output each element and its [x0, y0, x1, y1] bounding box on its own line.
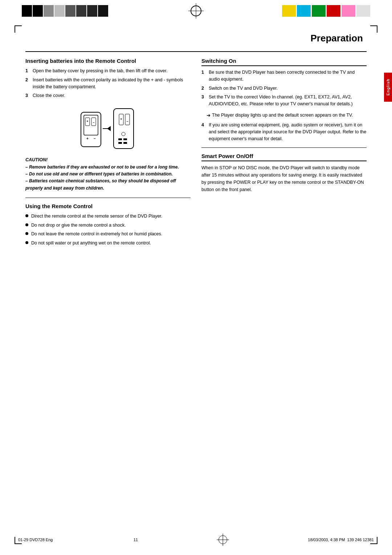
page-footer: 01-29 DVD728 Eng 11 18/03/2003, 4:38 PM …	[0, 535, 392, 544]
switch-step-4-text: If you are using external equipment, (eg…	[209, 122, 367, 142]
caution-text: – Remove batteries if they are exhausted…	[25, 164, 191, 192]
svg-point-15	[122, 132, 125, 136]
svg-rect-18	[118, 142, 122, 144]
bullet-icon-4	[25, 241, 28, 244]
remote-bullet-3: Do not leave the remote control in extre…	[25, 231, 191, 238]
title-divider	[25, 51, 367, 52]
top-bar	[0, 0, 392, 22]
sq4	[54, 5, 65, 17]
page-content: Preparation Inserting batteries into the…	[0, 25, 392, 263]
sq6	[76, 5, 86, 17]
switch-step-4: 4 If you are using external equipment, (…	[201, 122, 367, 142]
smart-power-section: Smart Power On/Off When in STOP or NO DI…	[201, 153, 367, 193]
color-bars-right	[282, 5, 370, 17]
left-column: Inserting batteries into the Remote Cont…	[25, 58, 191, 249]
svg-rect-17	[123, 138, 127, 140]
switch-step-3: 3 Set the TV to the correct Video In cha…	[201, 94, 367, 108]
svg-rect-19	[123, 142, 127, 144]
switch-step-1: 1 Be sure that the DVD Player has been c…	[201, 69, 367, 83]
crosshair-circle	[191, 5, 201, 16]
color-bar-green	[312, 5, 326, 17]
remote-bullet-1: Direct the remote control at the remote …	[25, 213, 191, 220]
step-1: 1 Open the battery cover by pressing in …	[25, 68, 191, 74]
inserting-batteries-heading: Inserting batteries into the Remote Cont…	[25, 58, 191, 64]
right-column: Switching On 1 Be sure that the DVD Play…	[201, 58, 367, 249]
sq8	[98, 5, 108, 17]
caution-title: CAUTION!	[25, 157, 191, 162]
step-3-num: 3	[25, 92, 30, 99]
bullet-icon-2	[25, 223, 28, 226]
remote-bullet-1-text: Direct the remote control at the remote …	[31, 213, 162, 220]
color-bar-cyan	[297, 5, 311, 17]
sq1	[22, 5, 32, 17]
step-1-text: Open the battery cover by pressing in th…	[33, 68, 168, 74]
caution-line-2: – Do not use old and new or different ty…	[25, 171, 191, 178]
bullet-icon-1	[25, 214, 28, 217]
footer-crosshair	[219, 535, 227, 544]
sq7	[87, 5, 97, 17]
step-2-text: Insert batteries with the correct polari…	[33, 77, 191, 90]
step-2-num: 2	[25, 77, 30, 90]
page-title: Preparation	[25, 33, 367, 44]
section-divider-1	[25, 198, 191, 198]
color-bar-yellow	[282, 5, 296, 17]
remote-bullet-4: Do not spill water or put anything wet o…	[25, 240, 191, 247]
footer-right: 18/03/2003, 4:38 PM 139 246 12381	[308, 538, 374, 542]
step-1-num: 1	[25, 68, 30, 74]
section-divider-2	[201, 147, 367, 148]
using-remote-heading: Using the Remote Control	[25, 203, 191, 209]
svg-text:+: +	[120, 117, 122, 121]
inserting-batteries-steps: 1 Open the battery cover by pressing in …	[25, 68, 191, 99]
using-remote-section: Using the Remote Control Direct the remo…	[25, 203, 191, 247]
remote-bullet-3-text: Do not leave the remote control in extre…	[31, 231, 162, 238]
black-squares-left	[22, 5, 109, 17]
smart-power-heading: Smart Power On/Off	[201, 153, 367, 161]
remote-bullet-2-text: Do not drop or give the remote control a…	[31, 222, 126, 229]
switch-step-3-num: 3	[201, 94, 207, 108]
center-crosshair	[189, 4, 203, 18]
svg-text:+: +	[86, 119, 88, 123]
step-3: 3 Close the cover.	[25, 92, 191, 99]
svg-text:–: –	[126, 119, 128, 123]
inserting-batteries-section: Inserting batteries into the Remote Cont…	[25, 58, 191, 192]
remote-bullet-4-text: Do not spill water or put anything wet o…	[31, 240, 151, 247]
switch-step-2-num: 2	[201, 85, 207, 92]
svg-text:–: –	[93, 121, 94, 124]
remote-bullet-2: Do not drop or give the remote control a…	[25, 222, 191, 229]
switch-step-4-num: 4	[201, 122, 207, 142]
switching-on-step4: 4 If you are using external equipment, (…	[201, 122, 367, 142]
switch-step-2: 2 Switch on the TV and DVD Player.	[201, 85, 367, 92]
color-bar-white	[356, 5, 370, 17]
svg-text:+: +	[86, 137, 89, 141]
using-remote-bullets: Direct the remote control at the remote …	[25, 213, 191, 247]
switch-step-1-num: 1	[201, 69, 207, 83]
step-2: 2 Insert batteries with the correct pola…	[25, 77, 191, 90]
switch-step-2-text: Switch on the TV and DVD Player.	[209, 85, 278, 92]
switching-on-heading: Switching On	[201, 58, 367, 66]
sq2	[33, 5, 43, 17]
footer-center: 11	[134, 538, 138, 542]
switch-step-1-text: Be sure that the DVD Player has been cor…	[209, 69, 367, 83]
battery-illustration-container: + – + – +	[25, 105, 191, 152]
svg-text:–: –	[94, 137, 96, 141]
smart-power-text: When in STOP or NO DISC mode, the DVD Pl…	[201, 164, 367, 193]
svg-rect-16	[118, 138, 122, 140]
battery-illustration: + – + – +	[77, 105, 139, 152]
switch-step-3-text: Set the TV to the correct Video In chann…	[209, 94, 367, 108]
caution-line-3: – Batteries contain chemical substances,…	[25, 178, 191, 191]
sq3	[44, 5, 54, 17]
footer-left: 01-29 DVD728 Eng	[18, 538, 53, 542]
arrow-note-text: The Player display lights up and the def…	[212, 112, 353, 119]
arrow-symbol: ➜	[207, 112, 211, 119]
step-3-text: Close the cover.	[33, 92, 65, 99]
color-bar-red	[327, 5, 340, 17]
sq5	[65, 5, 75, 17]
two-column-layout: Inserting batteries into the Remote Cont…	[25, 58, 367, 249]
switching-on-section: Switching On 1 Be sure that the DVD Play…	[201, 58, 367, 142]
caution-block: CAUTION! – Remove batteries if they are …	[25, 157, 191, 192]
color-bar-pink	[342, 5, 355, 17]
switching-on-steps: 1 Be sure that the DVD Player has been c…	[201, 69, 367, 108]
bullet-icon-3	[25, 232, 28, 235]
arrow-note: ➜ The Player display lights up and the d…	[207, 112, 367, 119]
caution-line-1: – Remove batteries if they are exhausted…	[25, 164, 191, 171]
